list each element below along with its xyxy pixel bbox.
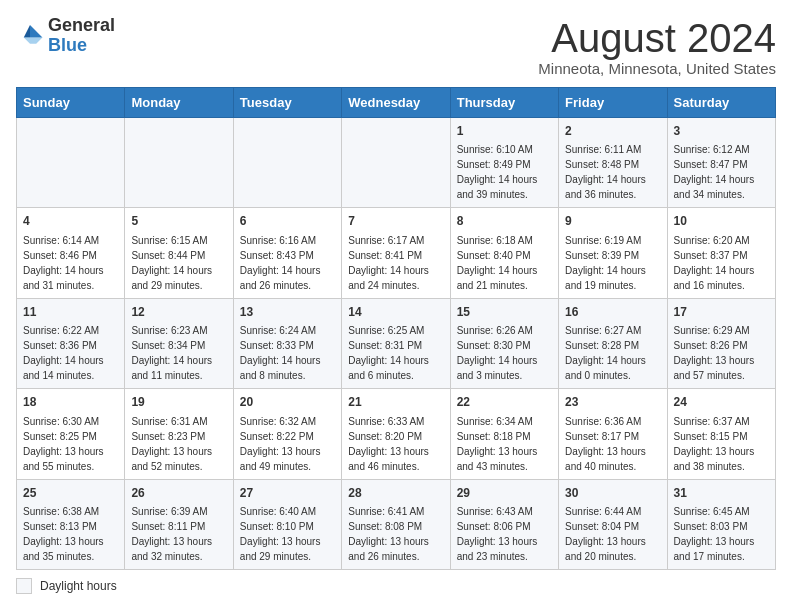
calendar-cell: 15Sunrise: 6:26 AM Sunset: 8:30 PM Dayli… bbox=[450, 298, 558, 388]
day-detail: Sunrise: 6:25 AM Sunset: 8:31 PM Dayligh… bbox=[348, 323, 443, 383]
calendar-cell: 10Sunrise: 6:20 AM Sunset: 8:37 PM Dayli… bbox=[667, 208, 775, 298]
day-detail: Sunrise: 6:41 AM Sunset: 8:08 PM Dayligh… bbox=[348, 504, 443, 564]
day-detail: Sunrise: 6:27 AM Sunset: 8:28 PM Dayligh… bbox=[565, 323, 660, 383]
calendar-cell: 18Sunrise: 6:30 AM Sunset: 8:25 PM Dayli… bbox=[17, 389, 125, 479]
day-number: 25 bbox=[23, 485, 118, 502]
day-number: 19 bbox=[131, 394, 226, 411]
day-detail: Sunrise: 6:34 AM Sunset: 8:18 PM Dayligh… bbox=[457, 414, 552, 474]
calendar-cell: 3Sunrise: 6:12 AM Sunset: 8:47 PM Daylig… bbox=[667, 118, 775, 208]
day-detail: Sunrise: 6:30 AM Sunset: 8:25 PM Dayligh… bbox=[23, 414, 118, 474]
calendar-cell bbox=[342, 118, 450, 208]
day-number: 2 bbox=[565, 123, 660, 140]
day-detail: Sunrise: 6:29 AM Sunset: 8:26 PM Dayligh… bbox=[674, 323, 769, 383]
day-number: 9 bbox=[565, 213, 660, 230]
calendar-cell: 11Sunrise: 6:22 AM Sunset: 8:36 PM Dayli… bbox=[17, 298, 125, 388]
day-number: 5 bbox=[131, 213, 226, 230]
day-number: 4 bbox=[23, 213, 118, 230]
calendar-cell: 30Sunrise: 6:44 AM Sunset: 8:04 PM Dayli… bbox=[559, 479, 667, 569]
day-detail: Sunrise: 6:16 AM Sunset: 8:43 PM Dayligh… bbox=[240, 233, 335, 293]
day-number: 26 bbox=[131, 485, 226, 502]
day-header-wednesday: Wednesday bbox=[342, 88, 450, 118]
day-detail: Sunrise: 6:18 AM Sunset: 8:40 PM Dayligh… bbox=[457, 233, 552, 293]
day-number: 30 bbox=[565, 485, 660, 502]
logo-general-text: General bbox=[48, 15, 115, 35]
logo-text: General Blue bbox=[48, 16, 115, 56]
calendar-cell: 7Sunrise: 6:17 AM Sunset: 8:41 PM Daylig… bbox=[342, 208, 450, 298]
calendar-header-row: SundayMondayTuesdayWednesdayThursdayFrid… bbox=[17, 88, 776, 118]
calendar-cell: 2Sunrise: 6:11 AM Sunset: 8:48 PM Daylig… bbox=[559, 118, 667, 208]
day-number: 24 bbox=[674, 394, 769, 411]
calendar-week-row: 4Sunrise: 6:14 AM Sunset: 8:46 PM Daylig… bbox=[17, 208, 776, 298]
calendar-cell: 23Sunrise: 6:36 AM Sunset: 8:17 PM Dayli… bbox=[559, 389, 667, 479]
calendar-cell: 12Sunrise: 6:23 AM Sunset: 8:34 PM Dayli… bbox=[125, 298, 233, 388]
calendar-table: SundayMondayTuesdayWednesdayThursdayFrid… bbox=[16, 87, 776, 570]
day-detail: Sunrise: 6:12 AM Sunset: 8:47 PM Dayligh… bbox=[674, 142, 769, 202]
day-detail: Sunrise: 6:37 AM Sunset: 8:15 PM Dayligh… bbox=[674, 414, 769, 474]
calendar-week-row: 18Sunrise: 6:30 AM Sunset: 8:25 PM Dayli… bbox=[17, 389, 776, 479]
calendar-cell: 19Sunrise: 6:31 AM Sunset: 8:23 PM Dayli… bbox=[125, 389, 233, 479]
title-block: August 2024 Minneota, Minnesota, United … bbox=[538, 16, 776, 77]
day-number: 3 bbox=[674, 123, 769, 140]
day-number: 18 bbox=[23, 394, 118, 411]
day-header-friday: Friday bbox=[559, 88, 667, 118]
day-detail: Sunrise: 6:15 AM Sunset: 8:44 PM Dayligh… bbox=[131, 233, 226, 293]
calendar-cell: 5Sunrise: 6:15 AM Sunset: 8:44 PM Daylig… bbox=[125, 208, 233, 298]
legend-label: Daylight hours bbox=[40, 579, 117, 593]
legend: Daylight hours bbox=[16, 578, 776, 594]
calendar-cell bbox=[233, 118, 341, 208]
day-number: 23 bbox=[565, 394, 660, 411]
day-number: 11 bbox=[23, 304, 118, 321]
calendar-week-row: 1Sunrise: 6:10 AM Sunset: 8:49 PM Daylig… bbox=[17, 118, 776, 208]
calendar-cell: 16Sunrise: 6:27 AM Sunset: 8:28 PM Dayli… bbox=[559, 298, 667, 388]
day-header-monday: Monday bbox=[125, 88, 233, 118]
day-header-sunday: Sunday bbox=[17, 88, 125, 118]
day-detail: Sunrise: 6:14 AM Sunset: 8:46 PM Dayligh… bbox=[23, 233, 118, 293]
calendar-cell: 1Sunrise: 6:10 AM Sunset: 8:49 PM Daylig… bbox=[450, 118, 558, 208]
day-number: 1 bbox=[457, 123, 552, 140]
day-detail: Sunrise: 6:24 AM Sunset: 8:33 PM Dayligh… bbox=[240, 323, 335, 383]
day-detail: Sunrise: 6:22 AM Sunset: 8:36 PM Dayligh… bbox=[23, 323, 118, 383]
calendar-cell: 26Sunrise: 6:39 AM Sunset: 8:11 PM Dayli… bbox=[125, 479, 233, 569]
calendar-cell: 28Sunrise: 6:41 AM Sunset: 8:08 PM Dayli… bbox=[342, 479, 450, 569]
day-detail: Sunrise: 6:32 AM Sunset: 8:22 PM Dayligh… bbox=[240, 414, 335, 474]
calendar-cell bbox=[125, 118, 233, 208]
calendar-cell: 31Sunrise: 6:45 AM Sunset: 8:03 PM Dayli… bbox=[667, 479, 775, 569]
calendar-cell: 4Sunrise: 6:14 AM Sunset: 8:46 PM Daylig… bbox=[17, 208, 125, 298]
calendar-cell: 24Sunrise: 6:37 AM Sunset: 8:15 PM Dayli… bbox=[667, 389, 775, 479]
svg-marker-0 bbox=[30, 25, 42, 37]
day-detail: Sunrise: 6:44 AM Sunset: 8:04 PM Dayligh… bbox=[565, 504, 660, 564]
day-number: 21 bbox=[348, 394, 443, 411]
day-number: 27 bbox=[240, 485, 335, 502]
day-number: 28 bbox=[348, 485, 443, 502]
day-header-saturday: Saturday bbox=[667, 88, 775, 118]
calendar-title: August 2024 bbox=[538, 16, 776, 60]
day-number: 20 bbox=[240, 394, 335, 411]
day-number: 15 bbox=[457, 304, 552, 321]
day-detail: Sunrise: 6:38 AM Sunset: 8:13 PM Dayligh… bbox=[23, 504, 118, 564]
day-detail: Sunrise: 6:17 AM Sunset: 8:41 PM Dayligh… bbox=[348, 233, 443, 293]
calendar-cell: 21Sunrise: 6:33 AM Sunset: 8:20 PM Dayli… bbox=[342, 389, 450, 479]
day-number: 12 bbox=[131, 304, 226, 321]
svg-marker-2 bbox=[24, 37, 43, 43]
calendar-cell: 8Sunrise: 6:18 AM Sunset: 8:40 PM Daylig… bbox=[450, 208, 558, 298]
day-header-tuesday: Tuesday bbox=[233, 88, 341, 118]
calendar-cell: 14Sunrise: 6:25 AM Sunset: 8:31 PM Dayli… bbox=[342, 298, 450, 388]
day-detail: Sunrise: 6:31 AM Sunset: 8:23 PM Dayligh… bbox=[131, 414, 226, 474]
calendar-cell: 17Sunrise: 6:29 AM Sunset: 8:26 PM Dayli… bbox=[667, 298, 775, 388]
day-number: 29 bbox=[457, 485, 552, 502]
day-number: 31 bbox=[674, 485, 769, 502]
day-number: 17 bbox=[674, 304, 769, 321]
day-number: 7 bbox=[348, 213, 443, 230]
day-number: 14 bbox=[348, 304, 443, 321]
legend-box bbox=[16, 578, 32, 594]
day-detail: Sunrise: 6:20 AM Sunset: 8:37 PM Dayligh… bbox=[674, 233, 769, 293]
day-detail: Sunrise: 6:26 AM Sunset: 8:30 PM Dayligh… bbox=[457, 323, 552, 383]
calendar-cell: 6Sunrise: 6:16 AM Sunset: 8:43 PM Daylig… bbox=[233, 208, 341, 298]
day-number: 8 bbox=[457, 213, 552, 230]
day-detail: Sunrise: 6:43 AM Sunset: 8:06 PM Dayligh… bbox=[457, 504, 552, 564]
calendar-week-row: 25Sunrise: 6:38 AM Sunset: 8:13 PM Dayli… bbox=[17, 479, 776, 569]
day-number: 22 bbox=[457, 394, 552, 411]
day-detail: Sunrise: 6:10 AM Sunset: 8:49 PM Dayligh… bbox=[457, 142, 552, 202]
day-detail: Sunrise: 6:23 AM Sunset: 8:34 PM Dayligh… bbox=[131, 323, 226, 383]
logo-blue-text: Blue bbox=[48, 35, 87, 55]
